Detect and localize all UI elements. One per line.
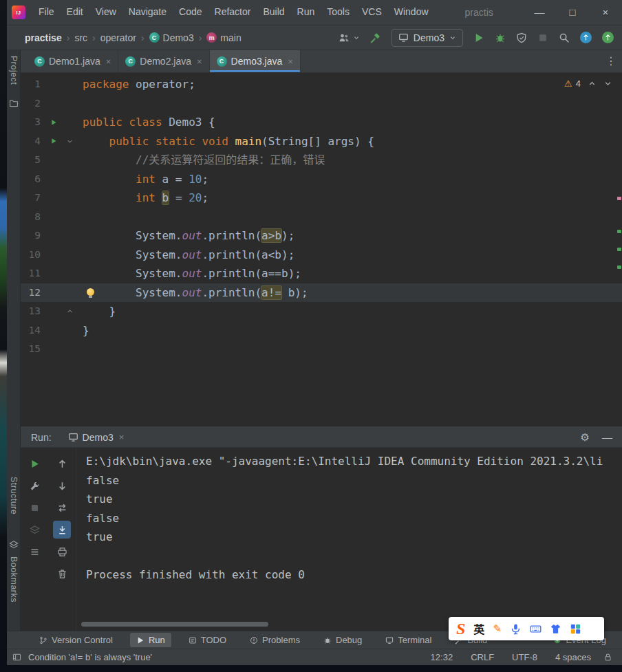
ide-update-button[interactable] [602,32,614,43]
code-line-14[interactable]: 14} [21,321,622,340]
status-4-spaces[interactable]: 4 spaces [555,652,591,662]
stop-button[interactable] [537,32,548,43]
close-tab-icon[interactable]: × [288,56,293,67]
coverage-button[interactable] [516,32,527,43]
change-stripe-mark[interactable] [617,265,621,269]
code-line-12[interactable]: 12 System.out.println(a!= b); [21,283,622,303]
chevron-down-icon[interactable] [353,34,360,41]
tool-button-project[interactable]: Project [9,56,19,85]
fold-marker-icon[interactable] [61,132,78,151]
build-hammer-icon[interactable] [370,32,381,43]
run-line-icon[interactable] [47,113,61,132]
tab-options-kebab-icon[interactable]: ⋮ [605,50,616,72]
next-warning-icon[interactable] [603,79,612,88]
status-12-32[interactable]: 12:32 [431,652,453,662]
tool-button-problems[interactable]: Problems [244,633,306,647]
sogou-logo-icon[interactable]: S [456,618,465,639]
code-line-6[interactable]: 6 int a = 10; [21,170,622,189]
menu-navigate[interactable]: Navigate [122,0,173,25]
build-layers-button[interactable] [25,521,43,539]
handwriting-pen-icon[interactable]: ✎ [493,622,502,635]
search-everywhere-icon[interactable] [559,32,570,43]
stop-button[interactable] [25,499,43,517]
scroll-to-end-button[interactable] [53,521,71,539]
ime-language-indicator[interactable]: 英 [473,620,484,637]
virtual-keyboard-icon[interactable] [530,623,541,635]
code-line-7[interactable]: 7 int b = 20; [21,188,622,208]
users-icon[interactable] [339,32,350,43]
error-stripe-mark[interactable] [617,197,621,200]
breadcrumb-operator[interactable]: operator [100,32,136,43]
menu-run[interactable]: Run [291,0,321,25]
horizontal-scrollbar[interactable] [81,622,268,627]
skin-icon[interactable] [550,623,561,635]
tab-demo2-java[interactable]: CDemo2.java× [118,50,209,72]
rerun-button[interactable] [25,455,43,473]
breadcrumb-main[interactable]: mmain [206,32,241,43]
status-crlf[interactable]: CRLF [471,652,494,662]
tool-button-todo[interactable]: TODO [182,633,233,647]
tab-demo3-java[interactable]: CDemo3.java× [210,50,301,72]
voice-input-mic-icon[interactable] [510,623,522,635]
code-line-2[interactable]: 2 [21,94,622,113]
close-tab-icon[interactable]: × [197,56,202,67]
code-line-8[interactable]: 8 [21,208,622,227]
debug-button[interactable] [495,32,506,43]
more-options-button[interactable] [25,543,43,561]
code-editor[interactable]: 1package operator;23public class Demo3 {… [21,73,622,426]
code-line-9[interactable]: 9 System.out.println(a>b); [21,226,622,246]
down-stack-trace-button[interactable] [53,477,71,495]
intention-bulb-icon[interactable] [87,288,94,296]
change-stripe-mark[interactable] [617,230,621,233]
tab-demo1-java[interactable]: CDemo1.java× [28,50,118,72]
structure-icon[interactable] [9,540,19,550]
tool-button-bookmarks[interactable]: Bookmarks [9,556,19,603]
up-stack-trace-button[interactable] [53,455,71,473]
menu-build[interactable]: Build [257,0,290,25]
code-line-13[interactable]: 13 } [21,302,622,321]
status-utf-8[interactable]: UTF-8 [512,652,537,662]
menu-vcs[interactable]: VCS [356,0,388,25]
code-line-15[interactable]: 15 [21,340,622,359]
write-lock-icon[interactable] [603,653,612,662]
menu-refactor[interactable]: Refactor [208,0,257,25]
console-output[interactable]: E:\jdk\bin\java.exe "-javaagent:E:\Intel… [76,448,622,631]
tool-button-terminal[interactable]: Terminal [379,633,438,647]
update-button[interactable] [580,32,592,43]
print-button[interactable] [53,543,71,561]
edit-configuration-button[interactable] [25,477,43,495]
clear-all-button[interactable] [53,565,71,583]
code-line-1[interactable]: 1package operator; [21,75,622,94]
code-line-5[interactable]: 5 //关系运算符返回的结果：正确，错误 [21,151,622,170]
breadcrumb-src[interactable]: src [74,32,87,43]
menu-window[interactable]: Window [388,0,435,25]
code-line-3[interactable]: 3public class Demo3 { [21,113,622,132]
minimize-button[interactable]: — [523,0,556,25]
fold-marker-icon[interactable] [61,302,78,321]
run-button[interactable] [473,32,484,43]
run-config-selector[interactable]: Demo3 [392,29,463,47]
maximize-button[interactable]: □ [556,0,589,25]
settings-gear-icon[interactable]: ⚙ [581,431,590,444]
prev-warning-icon[interactable] [588,79,597,88]
code-line-11[interactable]: 11 System.out.println(a==b); [21,264,622,283]
inspection-widget[interactable]: ⚠ 4 [564,78,612,89]
close-tab-icon[interactable]: × [119,432,125,442]
tool-button-debug[interactable]: Debug [317,633,368,647]
project-folder-icon[interactable] [9,98,19,108]
menu-view[interactable]: View [89,0,122,25]
toolwindow-toggle-icon[interactable] [12,653,21,662]
run-line-icon[interactable] [47,132,61,151]
soft-wrap-button[interactable] [53,499,71,517]
tool-button-version-control[interactable]: Version Control [33,633,119,647]
run-tab-demo3[interactable]: Demo3 × [68,432,125,443]
close-button[interactable]: × [589,0,622,25]
code-line-10[interactable]: 10 System.out.println(a<b); [21,246,622,265]
menu-file[interactable]: File [32,0,61,25]
menu-tools[interactable]: Tools [321,0,356,25]
change-stripe-mark[interactable] [617,248,621,251]
toolbox-grid-icon[interactable] [570,623,581,635]
tool-button-structure[interactable]: Structure [9,477,19,514]
breadcrumb-practise[interactable]: practise [25,32,62,43]
menu-edit[interactable]: Edit [61,0,89,25]
